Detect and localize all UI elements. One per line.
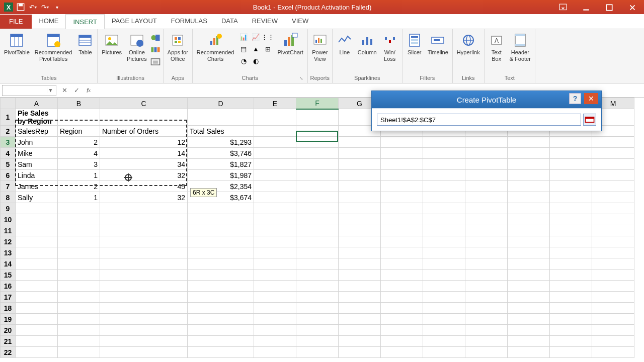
cell-L8[interactable] xyxy=(550,192,592,203)
recommended-charts-button[interactable]: Recommended Charts xyxy=(195,31,236,63)
cell-D4[interactable]: $3,746 xyxy=(188,148,254,159)
col-head-B[interactable]: B xyxy=(58,98,100,109)
row-head-13[interactable]: 13 xyxy=(1,247,16,258)
cell-K5[interactable] xyxy=(508,159,550,170)
cell-K15[interactable] xyxy=(508,269,550,281)
cell-D2[interactable]: Total Sales xyxy=(188,126,254,137)
cell-E20[interactable] xyxy=(254,325,296,336)
cell-H5[interactable] xyxy=(381,159,423,170)
cell-J16[interactable] xyxy=(465,281,508,292)
cell-K3[interactable] xyxy=(508,137,550,148)
cell-D5[interactable]: $1,827 xyxy=(188,159,254,170)
cell-G13[interactable] xyxy=(339,247,381,258)
cell-K16[interactable] xyxy=(508,281,550,292)
cell-I17[interactable] xyxy=(423,292,465,303)
cell-B17[interactable] xyxy=(58,292,100,303)
cell-C5[interactable]: 34 xyxy=(100,159,188,170)
cell-I18[interactable] xyxy=(423,303,465,314)
header-footer-button[interactable]: Header & Footer xyxy=(508,31,533,63)
cell-M10[interactable] xyxy=(592,214,634,225)
line-chart-button[interactable]: 📈 xyxy=(250,31,261,42)
pivotchart-button[interactable]: PivotChart xyxy=(275,31,305,57)
cell-C17[interactable] xyxy=(100,292,188,303)
cell-F21[interactable] xyxy=(296,336,339,347)
cell-D10[interactable] xyxy=(188,214,254,225)
cell-D11[interactable] xyxy=(188,225,254,236)
cell-D19[interactable] xyxy=(188,314,254,325)
cell-B8[interactable]: 1 xyxy=(58,192,100,203)
cell-A8[interactable]: Sally xyxy=(16,192,58,203)
cell-G14[interactable] xyxy=(339,258,381,269)
cell-H11[interactable] xyxy=(381,225,423,236)
cell-D22[interactable] xyxy=(188,347,254,358)
cell-C12[interactable] xyxy=(100,236,188,247)
cell-D12[interactable] xyxy=(188,236,254,247)
cell-C8[interactable]: 32 xyxy=(100,192,188,203)
cell-C4[interactable]: 14 xyxy=(100,148,188,159)
cell-J3[interactable] xyxy=(465,137,508,148)
cell-B3[interactable]: 2 xyxy=(58,137,100,148)
cell-B22[interactable] xyxy=(58,347,100,358)
cell-D17[interactable] xyxy=(188,292,254,303)
cell-C13[interactable] xyxy=(100,247,188,258)
cell-J19[interactable] xyxy=(465,314,508,325)
sparkline-winloss-button[interactable]: Win/ Loss xyxy=(380,31,400,63)
cell-C10[interactable] xyxy=(100,214,188,225)
cell-F17[interactable] xyxy=(296,292,339,303)
minimize-icon[interactable] xyxy=(582,4,590,11)
qat-customize-icon[interactable]: ▾ xyxy=(52,3,61,12)
row-head-22[interactable]: 22 xyxy=(1,347,16,358)
cell-G19[interactable] xyxy=(339,314,381,325)
textbox-button[interactable]: AText Box xyxy=(487,31,507,63)
row-head-2[interactable]: 2 xyxy=(1,126,16,137)
row-head-17[interactable]: 17 xyxy=(1,292,16,303)
cell-L9[interactable] xyxy=(550,203,592,214)
cell-E10[interactable] xyxy=(254,214,296,225)
cell-J9[interactable] xyxy=(465,203,508,214)
cell-B4[interactable]: 4 xyxy=(58,148,100,159)
cell-L18[interactable] xyxy=(550,303,592,314)
cell-F15[interactable] xyxy=(296,269,339,281)
cell-B11[interactable] xyxy=(58,225,100,236)
cell-A15[interactable] xyxy=(16,269,58,281)
cell-A9[interactable] xyxy=(16,203,58,214)
close-icon[interactable] xyxy=(628,4,636,11)
cell-F19[interactable] xyxy=(296,314,339,325)
cell-B14[interactable] xyxy=(58,258,100,269)
cell-D15[interactable] xyxy=(188,269,254,281)
cell-C20[interactable] xyxy=(100,325,188,336)
cell-F11[interactable] xyxy=(296,225,339,236)
cell-K13[interactable] xyxy=(508,247,550,258)
row-head-8[interactable]: 8 xyxy=(1,192,16,203)
cell-C1[interactable] xyxy=(100,109,188,126)
cell-M14[interactable] xyxy=(592,258,634,269)
ribbon-options-icon[interactable] xyxy=(559,4,567,11)
cell-L19[interactable] xyxy=(550,314,592,325)
cell-C7[interactable]: 45 xyxy=(100,181,188,192)
cell-E6[interactable] xyxy=(254,170,296,181)
screenshot-button[interactable] xyxy=(150,56,161,67)
maximize-icon[interactable] xyxy=(605,4,613,11)
cell-I5[interactable] xyxy=(423,159,465,170)
cell-F2[interactable] xyxy=(296,126,339,137)
cell-G17[interactable] xyxy=(339,292,381,303)
cell-M3[interactable] xyxy=(592,137,634,148)
cell-H15[interactable] xyxy=(381,269,423,281)
cell-L10[interactable] xyxy=(550,214,592,225)
tab-view[interactable]: VIEW xyxy=(285,14,315,29)
cell-F3[interactable] xyxy=(296,137,339,148)
tab-file[interactable]: FILE xyxy=(0,15,32,29)
cell-H21[interactable] xyxy=(381,336,423,347)
cell-C18[interactable] xyxy=(100,303,188,314)
cell-E8[interactable] xyxy=(254,192,296,203)
cell-C21[interactable] xyxy=(100,336,188,347)
cell-G20[interactable] xyxy=(339,325,381,336)
cell-I7[interactable] xyxy=(423,181,465,192)
cell-G6[interactable] xyxy=(339,170,381,181)
cell-H19[interactable] xyxy=(381,314,423,325)
row-head-1[interactable]: 1 xyxy=(1,109,16,126)
cell-M22[interactable] xyxy=(592,347,634,358)
cell-G5[interactable] xyxy=(339,159,381,170)
cell-D16[interactable] xyxy=(188,281,254,292)
cell-G22[interactable] xyxy=(339,347,381,358)
